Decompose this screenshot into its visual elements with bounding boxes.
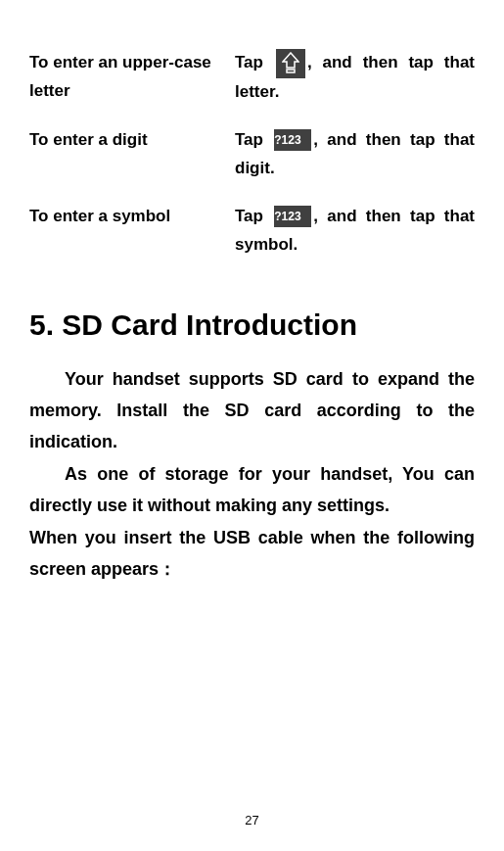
instruction-label: To enter a symbol [29,203,235,231]
instruction-text: Tap ?123, and then tap that symbol. [235,203,475,260]
section-heading: 5. SD Card Introduction [29,308,475,342]
paragraph-1: Your handset supports SD card to expand … [29,363,475,458]
num-key-icon: ?123 [274,126,311,155]
paragraph-3: When you insert the USB cable when the f… [29,522,475,586]
text-post-part2: digit. [235,159,275,177]
shift-key-icon [276,49,305,78]
text-post-part2: letter. [235,82,279,101]
instruction-row-uppercase: To enter an upper-case letter Tap , and … [29,49,475,107]
instruction-table: To enter an upper-case letter Tap , and … [29,49,475,260]
paragraph-2: As one of storage for your handset, You … [29,458,475,522]
instruction-row-symbol: To enter a symbol Tap ?123, and then tap… [29,203,475,260]
page-number: 27 [0,813,504,827]
text-pre: Tap [235,130,272,149]
text-post-part: , and then tap that [307,53,475,71]
num-key-icon: ?123 [274,203,311,231]
instruction-text: Tap ?123, and then tap that digit. [235,126,475,183]
svg-rect-0 [287,70,295,72]
text-post-part2: symbol. [235,235,298,254]
instruction-label: To enter an upper-case letter [29,49,235,106]
text-pre: Tap [235,207,272,225]
text-post-part: , and then tap that [313,130,475,149]
text-post-part: , and then tap that [313,207,475,225]
text-pre: Tap [235,53,274,71]
instruction-text: Tap , and then tap that letter. [235,49,475,107]
section-body: Your handset supports SD card to expand … [29,363,475,586]
instruction-label: To enter a digit [29,126,235,155]
instruction-row-digit: To enter a digit Tap ?123, and then tap … [29,126,475,183]
